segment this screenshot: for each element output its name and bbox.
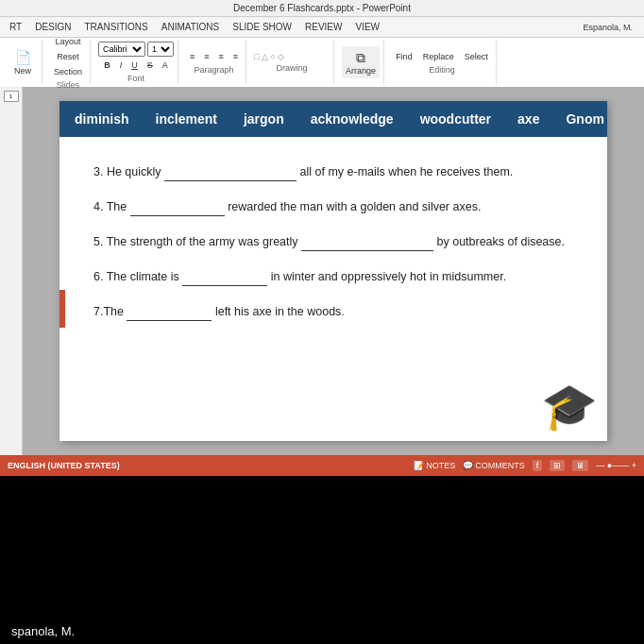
page-wrapper: December 6 Flashcards.pptx - PowerPoint … [0,0,644,644]
comments-icon: 💬 [463,461,473,470]
italic-button[interactable]: I [116,59,127,72]
ribbon-group-slides: 📄 New [4,40,42,85]
find-button[interactable]: Find [392,50,416,63]
ribbon-tab-animations[interactable]: ANIMATIONS [156,17,225,37]
editing-group-label: Editing [429,65,455,75]
drawing-group-label: Drawing [277,63,308,73]
ex6-blank[interactable] [182,266,267,286]
font-group-label: Font [127,74,144,83]
arrange-icon: ⧉ [350,49,371,66]
ex5-after: by outbreaks of disease. [437,235,566,248]
ex5-before: 5. The strength of the army was greatly [93,235,301,248]
font-size-select[interactable]: 11 [147,42,174,57]
ribbon-tab-review[interactable]: REVIEW [299,17,347,37]
ex7-blank[interactable] [127,301,212,321]
fontcolor-button[interactable]: A [159,59,172,72]
ribbon-group-slides-options: Layout Reset Section Slides [46,40,91,85]
align-center-button[interactable]: ≡ [200,50,212,63]
word-bank-item-2: jargon [244,111,284,127]
paragraph-group-label: Paragraph [195,65,234,75]
replace-button[interactable]: Replace [419,50,458,63]
slide-panel-left: 1 [0,87,23,455]
slide-canvas-area: diminish inclement jargon acknowledge wo… [23,87,644,455]
ribbon-tabs: RT DESIGN TRANSITIONS ANIMATIONS SLIDE S… [0,17,644,38]
word-bank: diminish inclement jargon acknowledge wo… [59,101,607,137]
layout-button[interactable]: Layout [52,35,85,48]
select-button[interactable]: Select [461,50,492,63]
status-icon-grid[interactable]: ⊞ [550,460,565,471]
strikethrough-button[interactable]: S [144,59,157,72]
align-right-button[interactable]: ≡ [215,50,228,63]
exercise-5: 5. The strength of the army was greatly … [93,231,573,251]
ribbon-group-drawing: □ △ ○ ◇ Drawing [250,40,334,85]
word-bank-item-1: inclement [156,111,217,127]
bottom-caption-text: spanola, M. [11,624,75,638]
exercise-7: 7.The left his axe in the woods. [93,301,573,321]
word-bank-item-0: diminish [75,111,129,127]
ribbon-tab-slideshow[interactable]: SLIDE SHOW [227,17,297,37]
status-bar: ENGLISH (UNITED STATES) 📝 NOTES 💬 COMMEN… [0,455,644,476]
new-slide-icon: 📄 [12,49,33,66]
ribbon-group-arrange: ⧉ Arrange [338,40,384,85]
word-bank-item-3: acknowledge [311,111,394,127]
ribbon-content: 📄 New Layout Reset Section Slides Calibr… [0,38,644,87]
ex6-after: in winter and oppressively hot in midsum… [271,270,506,283]
word-bank-item-4: woodcutter [420,111,491,127]
ribbon-group-editing: Find Replace Select Editing [388,40,497,85]
exercise-6: 6. The climate is in winter and oppressi… [93,266,573,286]
ex5-blank[interactable] [301,231,433,251]
ribbon-tab-transitions[interactable]: TRANSITIONS [79,17,154,37]
status-comments[interactable]: 💬 COMMENTS [463,461,525,470]
exercise-4: 4. The rewarded the man with a golden an… [93,196,573,216]
ex6-before: 6. The climate is [93,270,179,283]
title-bar-text: December 6 Flashcards.pptx - PowerPoint [233,3,411,13]
exercise-3: 3. He quickly all of my e-mails when he … [93,161,573,181]
ribbon-tab-rt[interactable]: RT [4,17,27,37]
ex7-before: 7.The [93,305,127,318]
ribbon-group-font: Calibri 11 B I U S A Font [94,40,178,85]
word-bank-item-5: axe [517,111,539,127]
bottom-caption: spanola, M. [0,619,151,644]
status-zoom[interactable]: — ●—— + [596,461,636,470]
title-bar: December 6 Flashcards.pptx - PowerPoint [0,0,644,17]
status-right: 📝 NOTES 💬 COMMENTS f ⊞ 🖥 — ●—— + [414,460,636,471]
ex4-blank[interactable] [130,196,225,216]
main-area: 1 diminish inclement jargon acknowledge … [0,87,644,455]
ribbon-tab-view[interactable]: VIEW [349,17,385,37]
ex4-number: 4. The [93,200,130,213]
underline-button[interactable]: U [127,59,142,72]
ribbon-tab-design[interactable]: DESIGN [29,17,76,37]
slide[interactable]: diminish inclement jargon acknowledge wo… [59,101,607,441]
ex3-number: 3. He quickly [93,165,164,178]
slide-inner-content: 3. He quickly all of my e-mails when he … [59,146,607,351]
status-language: ENGLISH (UNITED STATES) [8,461,120,470]
ribbon-user: Espanola, M. [579,20,636,35]
new-slide-label: New [14,66,31,76]
ex7-after: left his axe in the woods. [215,305,345,318]
status-notes[interactable]: 📝 NOTES [414,461,455,470]
black-area [0,476,644,606]
notes-icon: 📝 [414,461,424,470]
arrange-label: Arrange [346,66,376,76]
status-icon-fb[interactable]: f [533,460,543,471]
align-left-button[interactable]: ≡ [186,50,198,63]
comments-label: COMMENTS [475,461,525,470]
font-family-select[interactable]: Calibri [98,42,145,57]
word-bank-item-6: Gnom [566,111,603,127]
ex3-after: all of my e-mails when he receives them. [300,165,514,178]
ex4-after: rewarded the man with a golden and silve… [228,200,481,213]
align-justify-button[interactable]: ≡ [229,50,242,63]
graduation-cap-icon: 🎓 [541,381,598,433]
notes-label: NOTES [426,461,455,470]
status-icon-monitor[interactable]: 🖥 [572,460,588,471]
bold-button[interactable]: B [100,59,114,72]
section-button[interactable]: Section [50,65,86,78]
ribbon-group-paragraph: ≡ ≡ ≡ ≡ Paragraph [182,40,246,85]
arrange-button[interactable]: ⧉ Arrange [342,46,380,78]
ex3-blank[interactable] [164,161,297,181]
new-slide-button[interactable]: 📄 New [8,46,38,78]
slide-thumbnail-1[interactable]: 1 [4,91,19,102]
reset-button[interactable]: Reset [53,50,83,63]
